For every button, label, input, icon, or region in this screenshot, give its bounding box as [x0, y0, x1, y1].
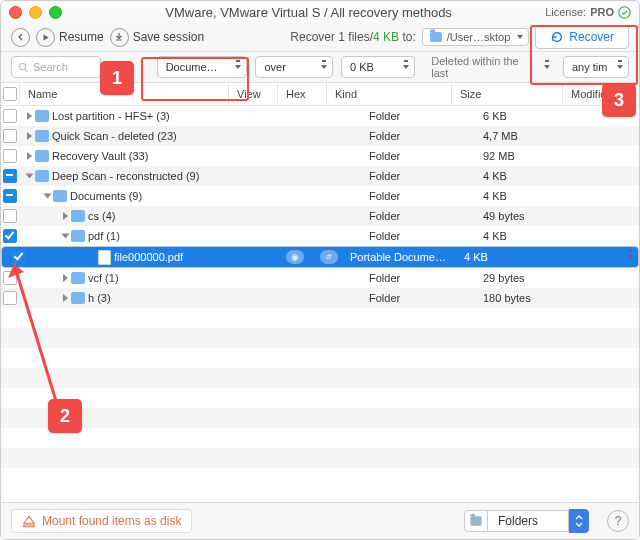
search-icon — [18, 62, 29, 73]
table-row-empty — [1, 448, 639, 468]
table-row[interactable]: h (3)Folder180 bytes — [1, 288, 639, 308]
disclosure-icon[interactable] — [27, 132, 32, 140]
size-val-filter[interactable]: 0 KB — [341, 56, 415, 78]
table-row-empty — [1, 328, 639, 348]
row-checkbox[interactable] — [12, 250, 26, 264]
folder-icon — [35, 110, 49, 122]
mount-icon — [22, 515, 36, 528]
col-kind[interactable]: Kind — [327, 83, 452, 105]
row-checkbox[interactable] — [3, 169, 17, 183]
kind-filter[interactable]: Docume… — [157, 56, 248, 78]
table-header: Name View Hex Kind Size Modificatio — [1, 83, 639, 106]
row-size: 4,7 MB — [479, 130, 579, 142]
row-size: 4 KB — [479, 230, 579, 242]
disclosure-icon[interactable] — [26, 174, 34, 179]
row-kind: Folder — [365, 230, 479, 242]
size-op-filter[interactable]: over — [255, 56, 333, 78]
table-row-empty — [1, 308, 639, 328]
resume-button[interactable]: Resume — [36, 28, 104, 47]
disclosure-icon[interactable] — [63, 212, 68, 220]
table-row[interactable]: vcf (1)Folder29 bytes — [1, 268, 639, 288]
row-size: 180 bytes — [479, 292, 579, 304]
folder-icon — [35, 130, 49, 142]
minimize-icon[interactable] — [29, 6, 42, 19]
folder-icon — [464, 510, 488, 532]
table-row-empty — [1, 408, 639, 428]
play-icon — [36, 28, 55, 47]
arrow-left-icon — [11, 28, 30, 47]
destination-path[interactable]: /User…sktop — [422, 28, 530, 46]
row-checkbox[interactable] — [3, 129, 17, 143]
table-row-empty — [1, 388, 639, 408]
back-button[interactable] — [11, 28, 30, 47]
folder-icon — [430, 32, 442, 42]
preview-icon[interactable]: ◉ — [286, 250, 304, 264]
row-checkbox[interactable] — [3, 229, 17, 243]
row-size: 4 KB — [460, 251, 560, 263]
titlebar: VMware, VMware Virtual S / All recovery … — [1, 1, 639, 23]
row-size: 6 KB — [479, 110, 579, 122]
row-checkbox[interactable] — [3, 149, 17, 163]
zoom-icon[interactable] — [49, 6, 62, 19]
toolbar: Resume Save session Recover 1 files/4 KB… — [1, 23, 639, 52]
search-input[interactable]: Search — [11, 56, 101, 78]
row-checkbox[interactable] — [3, 189, 17, 203]
table-row[interactable]: Lost partition - HFS+ (3)Folder6 KB — [1, 106, 639, 126]
select-all-checkbox[interactable] — [3, 87, 17, 101]
table-row[interactable]: Quick Scan - deleted (23)Folder4,7 MB — [1, 126, 639, 146]
deleted-label: Deleted within the last — [423, 57, 555, 77]
row-kind: Folder — [365, 210, 479, 222]
row-size: 49 bytes — [479, 210, 579, 222]
table-row[interactable]: pdf (1)Folder4 KB — [1, 226, 639, 246]
col-view[interactable]: View — [229, 83, 278, 105]
row-size: 4 KB — [479, 170, 579, 182]
table-row[interactable]: Recovery Vault (33)Folder92 MB — [1, 146, 639, 166]
disclosure-icon[interactable] — [44, 194, 52, 199]
folder-icon — [71, 292, 85, 304]
recover-button[interactable]: Recover — [535, 25, 629, 49]
table-row-empty — [1, 368, 639, 388]
check-circle-icon — [618, 6, 631, 19]
row-checkbox[interactable] — [3, 271, 17, 285]
row-kind: Folder — [365, 292, 479, 304]
svg-point-0 — [619, 6, 630, 17]
disclosure-icon[interactable] — [27, 152, 32, 160]
row-kind: Folder — [365, 150, 479, 162]
mount-button[interactable]: Mount found items as disk — [11, 509, 192, 533]
table-row[interactable]: Documents (9)Folder4 KB — [1, 186, 639, 206]
filter-bar: Search Docume… over 0 KB Deleted within … — [1, 52, 639, 83]
window-title: VMware, VMware Virtual S / All recovery … — [72, 5, 545, 20]
view-mode-select[interactable]: Folders — [464, 509, 589, 533]
app-window: VMware, VMware Virtual S / All recovery … — [0, 0, 640, 540]
row-name: Documents (9) — [70, 190, 142, 202]
help-button[interactable]: ? — [607, 510, 629, 532]
disclosure-icon[interactable] — [62, 234, 70, 239]
row-checkbox[interactable] — [3, 109, 17, 123]
col-size[interactable]: Size — [452, 83, 563, 105]
row-name: file000000.pdf — [114, 251, 183, 263]
table-row[interactable]: cs (4)Folder49 bytes — [1, 206, 639, 226]
hex-icon[interactable]: # — [320, 250, 338, 264]
folder-icon — [71, 272, 85, 284]
time-filter[interactable]: any tim — [563, 56, 629, 78]
disclosure-icon[interactable] — [27, 112, 32, 120]
row-name: cs (4) — [88, 210, 116, 222]
table-row-empty — [1, 348, 639, 368]
table-row[interactable]: file000000.pdf◉#Portable Docume…4 KB — [1, 246, 639, 268]
recover-icon — [550, 30, 564, 44]
row-checkbox[interactable] — [3, 291, 17, 305]
recover-summary: Recover 1 files/4 KB to: — [290, 30, 415, 44]
question-icon: ? — [615, 514, 622, 528]
save-session-button[interactable]: Save session — [110, 28, 204, 47]
folder-icon — [71, 210, 85, 222]
table-row[interactable]: Deep Scan - reconstructed (9)Folder4 KB — [1, 166, 639, 186]
row-checkbox[interactable] — [3, 209, 17, 223]
close-icon[interactable] — [9, 6, 22, 19]
col-hex[interactable]: Hex — [278, 83, 327, 105]
disclosure-icon[interactable] — [63, 274, 68, 282]
disclosure-icon[interactable] — [63, 294, 68, 302]
folder-icon — [35, 150, 49, 162]
callout-2: 2 — [48, 399, 82, 433]
svg-point-1 — [19, 63, 25, 69]
row-name: vcf (1) — [88, 272, 119, 284]
